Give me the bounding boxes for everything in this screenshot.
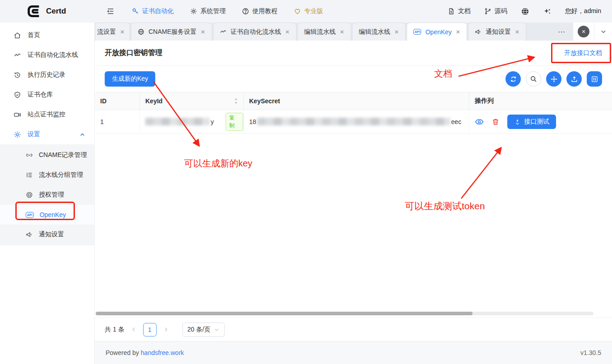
col-header-actions: 操作列 bbox=[469, 92, 612, 110]
sort-icon[interactable] bbox=[233, 97, 239, 105]
version-label: v1.30.5 bbox=[580, 349, 601, 356]
close-icon[interactable]: ✕ bbox=[515, 29, 519, 35]
sidebar-item-site-monitor[interactable]: 站点证书监控 bbox=[0, 105, 94, 124]
menu-collapse-icon[interactable] bbox=[107, 7, 115, 15]
sidebar-item-openkey[interactable]: API OpenKey bbox=[0, 205, 94, 225]
tab-cert-pipelines[interactable]: 证书自动化流水线 ✕ bbox=[213, 23, 297, 41]
col-header-keysecret[interactable]: KeySecret bbox=[244, 92, 469, 110]
sidebar-item-cert-store[interactable]: 证书仓库 bbox=[0, 85, 94, 105]
close-icon[interactable]: ✕ bbox=[456, 29, 460, 35]
vip-icon bbox=[294, 8, 301, 15]
sidebar-item-pipeline-groups[interactable]: 流水线分组管理 bbox=[0, 165, 94, 185]
tab-controls: ✕ bbox=[573, 23, 612, 41]
sidebar-item-label: 首页 bbox=[28, 31, 40, 39]
page-size-select[interactable]: 20 条/页 bbox=[182, 323, 225, 337]
chevron-down-icon bbox=[214, 327, 219, 332]
target-icon bbox=[26, 191, 33, 198]
topmenu-item-tutorial[interactable]: 使用教程 bbox=[242, 7, 278, 15]
view-eye-icon[interactable] bbox=[475, 117, 484, 126]
tab-more-icon[interactable]: ⋯ bbox=[551, 23, 573, 41]
page-header: 开放接口密钥管理 开放接口文档 bbox=[95, 41, 612, 66]
prev-page-icon[interactable] bbox=[131, 327, 137, 332]
col-header-label: KeyId bbox=[145, 97, 162, 105]
sidebar-item-pipelines[interactable]: 证书自动化流水线 bbox=[0, 45, 94, 65]
toolbar-icons bbox=[505, 71, 602, 87]
help-icon bbox=[242, 8, 249, 15]
app-window: Certd 证书自动化 系统管理 bbox=[0, 0, 612, 364]
tab-label: 证书自动化流水线 bbox=[231, 28, 281, 36]
sidebar-item-label: 通知设置 bbox=[39, 230, 64, 239]
col-header-keyid[interactable]: KeyId bbox=[140, 92, 244, 110]
tab-openkey[interactable]: API OpenKey ✕ bbox=[407, 23, 467, 41]
user-greeting[interactable]: 您好，admin bbox=[565, 7, 601, 15]
sidebar-item-label: 授权管理 bbox=[39, 191, 64, 199]
search-toggle-button[interactable] bbox=[526, 71, 541, 87]
tab-bar: 流设置 ✕ CNAME服务设置 ✕ 证书自动化流水线 ✕ bbox=[95, 23, 612, 41]
content-area: 流设置 ✕ CNAME服务设置 ✕ 证书自动化流水线 ✕ bbox=[95, 23, 612, 364]
sidebar-item-label: 证书仓库 bbox=[28, 91, 53, 99]
delete-trash-icon[interactable] bbox=[491, 118, 500, 126]
topnav-right: 文档 源码 bbox=[448, 7, 612, 16]
sidebar-item-settings[interactable]: 设置 bbox=[0, 124, 94, 144]
topmenu-item-cert-automation[interactable]: 证书自动化 bbox=[132, 7, 174, 15]
search-icon bbox=[530, 75, 537, 83]
page-number-button[interactable]: 1 bbox=[143, 323, 157, 336]
language-globe-icon[interactable] bbox=[521, 7, 529, 16]
sidebar-item-label: 站点证书监控 bbox=[28, 111, 65, 119]
sidebar-item-auth-manage[interactable]: 授权管理 bbox=[0, 185, 94, 205]
tab-cname-service[interactable]: CNAME服务设置 ✕ bbox=[131, 23, 212, 41]
home-icon bbox=[14, 32, 21, 39]
powered-by: Powered by handsfree.work bbox=[106, 349, 184, 356]
close-icon[interactable]: ✕ bbox=[120, 29, 125, 35]
cell-actions: 接口测试 bbox=[469, 110, 612, 133]
sidebar-item-home[interactable]: 首页 bbox=[0, 25, 94, 45]
close-icon[interactable]: ✕ bbox=[201, 29, 205, 35]
generate-key-button[interactable]: 生成新的Key bbox=[105, 71, 155, 87]
col-header-id[interactable]: ID bbox=[95, 92, 140, 110]
scrollbar-thumb[interactable] bbox=[96, 312, 473, 315]
tab-list-chevron-down-icon[interactable] bbox=[594, 23, 612, 41]
tab-label: 编辑流水线 bbox=[304, 28, 336, 36]
open-api-doc-link[interactable]: 开放接口文档 bbox=[564, 49, 602, 57]
redacted-keyid bbox=[145, 118, 210, 125]
sidebar-item-notify-settings[interactable]: 通知设置 bbox=[0, 225, 94, 244]
secret-prefix-text: 18 bbox=[249, 118, 256, 125]
api-test-label: 接口测试 bbox=[524, 118, 549, 126]
tab-settings-cut[interactable]: 流设置 ✕ bbox=[95, 23, 130, 41]
export-button[interactable] bbox=[566, 71, 582, 87]
close-icon[interactable]: ✕ bbox=[340, 29, 344, 35]
ai-sparkles-icon[interactable] bbox=[543, 7, 552, 16]
main-layout: 首页 证书自动化流水线 执行历史记录 证书仓库 bbox=[0, 23, 612, 364]
page-footer: Powered by handsfree.work v1.30.5 bbox=[95, 341, 612, 364]
api-icon: API bbox=[413, 29, 422, 35]
cell-keyid: y 复制 bbox=[140, 110, 244, 133]
close-icon[interactable]: ✕ bbox=[394, 29, 399, 35]
sidebar-item-label: 设置 bbox=[28, 130, 40, 138]
tab-notify-settings[interactable]: 通知设置 ✕ bbox=[468, 23, 526, 41]
copy-button[interactable]: 复制 bbox=[226, 113, 243, 131]
move-arrows-icon bbox=[550, 75, 558, 83]
group-icon bbox=[26, 171, 33, 179]
chevron-up-icon bbox=[79, 132, 85, 138]
compact-mode-button[interactable] bbox=[546, 71, 561, 87]
link-icon bbox=[26, 152, 33, 159]
doc-link-top[interactable]: 文档 bbox=[448, 7, 471, 15]
topmenu-label: 证书自动化 bbox=[142, 7, 174, 15]
next-page-icon[interactable] bbox=[163, 327, 169, 332]
topmenu-item-pro[interactable]: 专业版 bbox=[294, 7, 323, 15]
source-link-top[interactable]: 源码 bbox=[484, 7, 507, 15]
api-test-button[interactable]: 接口测试 bbox=[507, 115, 556, 129]
sidebar-item-history[interactable]: 执行历史记录 bbox=[0, 65, 94, 85]
table-toolbar: 生成新的Key bbox=[95, 66, 612, 92]
keyid-visible-text: y bbox=[211, 118, 214, 125]
brand[interactable]: Certd bbox=[0, 4, 95, 19]
tab-edit-pipeline-1[interactable]: 编辑流水线 ✕ bbox=[297, 23, 351, 41]
refresh-button[interactable] bbox=[505, 71, 521, 87]
topmenu-item-system[interactable]: 系统管理 bbox=[190, 7, 226, 15]
close-icon[interactable]: ✕ bbox=[285, 29, 290, 35]
sidebar-item-cname-records[interactable]: CNAME记录管理 bbox=[0, 145, 94, 165]
close-all-tabs-icon[interactable]: ✕ bbox=[578, 26, 589, 37]
column-settings-button[interactable] bbox=[587, 71, 602, 87]
handsfree-link[interactable]: handsfree.work bbox=[141, 349, 184, 356]
tab-edit-pipeline-2[interactable]: 编辑流水线 ✕ bbox=[352, 23, 406, 41]
